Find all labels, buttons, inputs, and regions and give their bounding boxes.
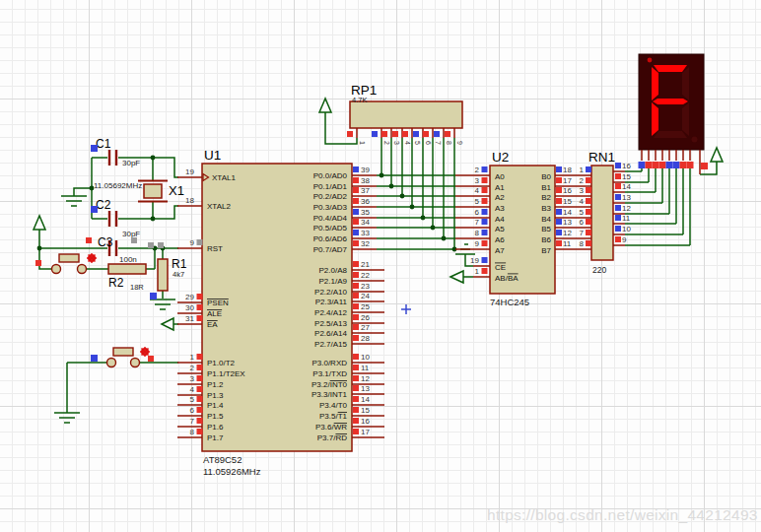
pin-state-square <box>353 354 359 360</box>
pin-state-square <box>353 272 359 278</box>
pin-label: P3.6/WR <box>315 423 347 432</box>
pin-state-square <box>86 237 92 243</box>
pin-label: 8 <box>580 239 585 248</box>
pin-state-square <box>353 293 359 299</box>
pin-state-square <box>197 429 203 434</box>
pin-state-square <box>653 162 659 168</box>
proteus-schematic-canvas: U1 AT89C52 11.05926MHz U2 74HC245 RP1 4.… <box>0 0 761 532</box>
pin-label: 2 <box>383 141 390 145</box>
pin-label: 11 <box>563 239 572 248</box>
pin-label: P0.7/AD7 <box>313 245 348 254</box>
rp1-value: 4.7K <box>352 96 367 104</box>
pin-state-square <box>353 177 359 183</box>
pin-label: 12 <box>622 204 631 213</box>
pin-label: 11 <box>361 364 370 372</box>
pin-label: 6 <box>475 208 480 217</box>
pin-state-square <box>556 219 562 225</box>
junction-dot <box>421 216 426 221</box>
u1-ref: U1 <box>204 148 221 163</box>
junction-dot <box>442 236 447 241</box>
p10-key-actuator[interactable] <box>140 347 150 357</box>
pin-label: 17 <box>361 428 370 436</box>
pin-state-square <box>687 162 694 168</box>
pin-label: 7 <box>580 229 585 237</box>
pin-label: P3.7/RD <box>317 433 347 442</box>
reset-button-actuator[interactable] <box>87 253 97 263</box>
r1-ref: R1 <box>172 257 187 271</box>
pin-state-square <box>91 206 98 213</box>
pin-state-square <box>197 386 203 392</box>
pin-state-square <box>353 429 359 434</box>
pin-label: 35 <box>361 208 370 217</box>
pin-label: 37 <box>361 186 370 195</box>
pin-label: 3 <box>475 176 480 185</box>
pin-state-square <box>615 215 621 221</box>
crystal-x1[interactable] <box>138 181 168 202</box>
pin-label: 7 <box>190 417 195 426</box>
pin-label: P1.5 <box>207 412 224 421</box>
pin-state-square <box>197 239 203 245</box>
pin-label: 15 <box>622 172 631 181</box>
c2-value: 30pF <box>122 230 140 238</box>
rn1-value: 220 <box>592 265 606 275</box>
pin-state-square <box>482 209 488 215</box>
ground-symbol-crystal <box>61 196 87 206</box>
pin-label: A2 <box>495 193 505 202</box>
capacitor-c1[interactable] <box>109 150 116 166</box>
pin-label: 26 <box>361 313 370 322</box>
pin-label: 23 <box>361 282 370 291</box>
pin-label: P0.5/AD5 <box>313 224 348 233</box>
pin-label: 15 <box>563 197 572 206</box>
pin-label: 16 <box>563 186 572 195</box>
pin-label: P3.0/RXD <box>311 359 347 367</box>
pin-label: 5 <box>414 141 421 145</box>
resistor-r1[interactable] <box>158 259 168 291</box>
pin-state-square <box>639 162 646 168</box>
pin-label: 3 <box>393 141 400 145</box>
pin-label: 32 <box>361 239 370 248</box>
capacitor-c2[interactable] <box>109 211 116 227</box>
rn1-body[interactable] <box>591 166 613 260</box>
r2-value: 18R <box>130 283 144 292</box>
pin-state-square <box>646 162 653 168</box>
pin-state-square <box>482 230 488 235</box>
pin-state-square <box>353 187 359 193</box>
c3-ref: C3 <box>98 235 113 249</box>
pin-label: 13 <box>563 218 572 227</box>
pin-state-square <box>197 294 203 299</box>
c1-ref: C1 <box>96 137 111 151</box>
pin-state-square <box>673 162 680 168</box>
pin-label: 14 <box>563 208 572 217</box>
junction-dot <box>380 173 384 178</box>
pin-state-square <box>197 365 203 370</box>
pin-state-square <box>701 163 708 169</box>
pin-state-square <box>353 240 359 246</box>
pin-label: 1 <box>475 267 480 276</box>
pin-label: 19 <box>185 167 194 176</box>
pin-state-square <box>482 166 488 172</box>
pin-state-square <box>586 177 591 183</box>
segment-a <box>654 65 687 72</box>
pin-state-square <box>381 131 387 137</box>
p10-key-button[interactable] <box>107 348 140 367</box>
rp1-body[interactable] <box>350 101 462 128</box>
pin-state-square <box>197 354 203 360</box>
resistor-r2[interactable] <box>108 264 146 274</box>
reset-button[interactable] <box>52 254 87 274</box>
pin-state-square <box>392 131 398 137</box>
pin-label: B3 <box>541 204 551 213</box>
pin-state-square <box>615 194 621 200</box>
seven-segment-display[interactable] <box>639 54 704 150</box>
pin-label: 6 <box>190 406 195 415</box>
pin-label: ALE <box>207 309 222 318</box>
segment-dp <box>692 137 698 143</box>
pin-label: P1.1/T2EX <box>207 369 245 378</box>
pin-label: 1 <box>580 166 585 174</box>
pin-label: 24 <box>361 292 370 300</box>
c1-value: 30pF <box>122 159 140 167</box>
pin-state-square <box>482 268 488 274</box>
pin-label: 36 <box>361 197 370 206</box>
pin-label: A7 <box>495 246 505 255</box>
pin-label: 39 <box>361 166 370 174</box>
pin-label: A5 <box>495 225 505 233</box>
